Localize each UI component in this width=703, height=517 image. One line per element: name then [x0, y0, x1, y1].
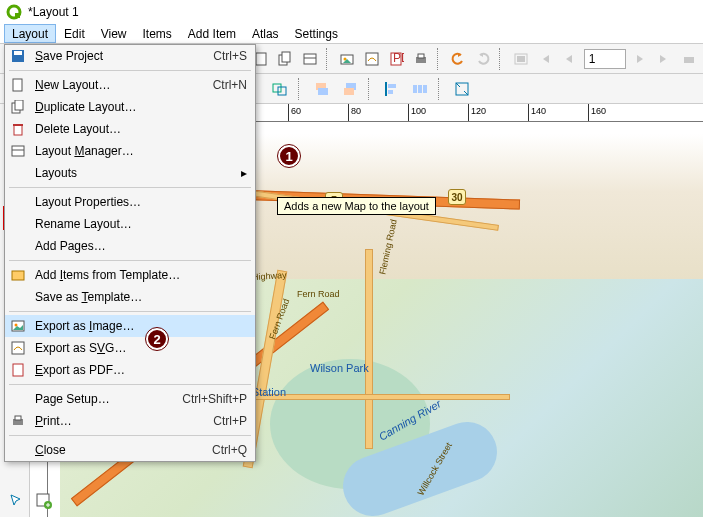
blank-icon: [9, 164, 27, 182]
align-left-button[interactable]: [380, 77, 404, 101]
menu-item-label: Layouts: [35, 166, 233, 180]
print-settings-button[interactable]: [411, 47, 431, 71]
export-image-button[interactable]: [337, 47, 357, 71]
menu-item[interactable]: Save ProjectCtrl+S: [5, 45, 255, 67]
atlas-preview-button[interactable]: [510, 47, 530, 71]
layout-manager-button[interactable]: [300, 47, 320, 71]
undo-button[interactable]: [448, 47, 468, 71]
svg-rect-45: [13, 364, 23, 376]
menu-item[interactable]: Delete Layout…: [5, 118, 255, 140]
menu-item[interactable]: New Layout…Ctrl+N: [5, 74, 255, 96]
move-content-tool[interactable]: [4, 489, 28, 513]
menu-shortcut: Ctrl+Q: [212, 443, 247, 457]
mgr-icon: [9, 142, 27, 160]
export-pdf-button[interactable]: PDF: [386, 47, 406, 71]
menu-item[interactable]: Add Pages…: [5, 235, 255, 257]
svg-rect-26: [388, 84, 396, 88]
menu-item[interactable]: Page Setup…Ctrl+Shift+P: [5, 388, 255, 410]
resize-button[interactable]: [450, 77, 474, 101]
menu-item-label: Save Project: [35, 49, 205, 63]
menu-item-label: Delete Layout…: [35, 122, 247, 136]
atlas-page-value: 1: [589, 52, 596, 66]
menu-item-label: Add Items from Template…: [35, 268, 247, 282]
menu-item[interactable]: Print…Ctrl+P: [5, 410, 255, 432]
atlas-last-button[interactable]: [654, 47, 674, 71]
del-icon: [9, 120, 27, 138]
menu-edit[interactable]: Edit: [56, 24, 93, 43]
menu-item[interactable]: Layout Properties…: [5, 191, 255, 213]
svg-rect-37: [14, 125, 22, 135]
print-icon: [9, 412, 27, 430]
svg-rect-34: [13, 79, 22, 91]
menu-item[interactable]: Save as Template…: [5, 286, 255, 308]
menu-item-label: Page Setup…: [35, 392, 174, 406]
menu-item[interactable]: Add Items from Template…: [5, 264, 255, 286]
img-icon: [9, 317, 27, 335]
blank-icon: [9, 193, 27, 211]
tpl-icon: [9, 266, 27, 284]
submenu-arrow-icon: ▸: [241, 166, 247, 180]
blank-icon: [9, 441, 27, 459]
svg-rect-28: [413, 85, 417, 93]
svg-rect-20: [278, 87, 286, 95]
menu-item[interactable]: Duplicate Layout…: [5, 96, 255, 118]
qgis-icon: [6, 4, 22, 20]
menu-item[interactable]: Export as PDF…: [5, 359, 255, 381]
atlas-first-button[interactable]: [535, 47, 555, 71]
atlas-print-button[interactable]: [678, 47, 698, 71]
svg-icon: [9, 339, 27, 357]
menu-add-item[interactable]: Add Item: [180, 24, 244, 43]
menu-items[interactable]: Items: [135, 24, 180, 43]
lower-button[interactable]: [338, 77, 362, 101]
atlas-next-button[interactable]: [630, 47, 650, 71]
window-title: *Layout 1: [28, 5, 79, 19]
blank-icon: [9, 215, 27, 233]
blank-icon: [9, 237, 27, 255]
distribute-button[interactable]: [408, 77, 432, 101]
menu-shortcut: Ctrl+Shift+P: [182, 392, 247, 406]
menu-item[interactable]: Export as SVG…: [5, 337, 255, 359]
raise-button[interactable]: [310, 77, 334, 101]
place-label: Wilson Park: [310, 362, 369, 374]
duplicate-layout-button[interactable]: [275, 47, 295, 71]
blank-icon: [9, 288, 27, 306]
menu-item[interactable]: Layout Manager…: [5, 140, 255, 162]
dup-icon: [9, 98, 27, 116]
svg-rect-29: [418, 85, 422, 93]
menu-item[interactable]: CloseCtrl+Q: [5, 439, 255, 461]
atlas-prev-button[interactable]: [559, 47, 579, 71]
menu-item-label: Export as SVG…: [35, 341, 247, 355]
menu-item[interactable]: Rename Layout…: [5, 213, 255, 235]
menu-shortcut: Ctrl+P: [213, 414, 247, 428]
svg-rect-7: [304, 54, 316, 64]
svg-rect-19: [273, 84, 281, 92]
export-svg-button[interactable]: [362, 47, 382, 71]
svg-rect-36: [15, 100, 23, 110]
pdf-icon: [9, 361, 27, 379]
svg-rect-11: [366, 53, 378, 65]
redo-button[interactable]: [473, 47, 493, 71]
menu-item-label: Print…: [35, 414, 205, 428]
menu-item-label: Export as Image…: [35, 319, 247, 333]
menu-shortcut: Ctrl+S: [213, 49, 247, 63]
menu-layout[interactable]: Layout: [4, 24, 56, 43]
menu-item-label: New Layout…: [35, 78, 205, 92]
menu-item-label: Add Pages…: [35, 239, 247, 253]
menu-item-label: Duplicate Layout…: [35, 100, 247, 114]
group-button[interactable]: [268, 77, 292, 101]
menu-item-label: Layout Manager…: [35, 144, 247, 158]
menu-atlas[interactable]: Atlas: [244, 24, 287, 43]
menu-item[interactable]: Layouts▸: [5, 162, 255, 184]
svg-rect-33: [14, 51, 22, 55]
menu-item-label: Rename Layout…: [35, 217, 247, 231]
atlas-page-input[interactable]: 1: [584, 49, 626, 69]
tooltip: Adds a new Map to the layout: [277, 197, 436, 215]
edit-nodes-tool[interactable]: [32, 489, 56, 513]
svg-rect-27: [388, 90, 393, 94]
svg-rect-18: [684, 57, 694, 63]
menu-item-label: Layout Properties…: [35, 195, 247, 209]
svg-rect-39: [12, 146, 24, 156]
menu-view[interactable]: View: [93, 24, 135, 43]
menu-settings[interactable]: Settings: [287, 24, 346, 43]
menu-item[interactable]: Export as Image…: [5, 315, 255, 337]
